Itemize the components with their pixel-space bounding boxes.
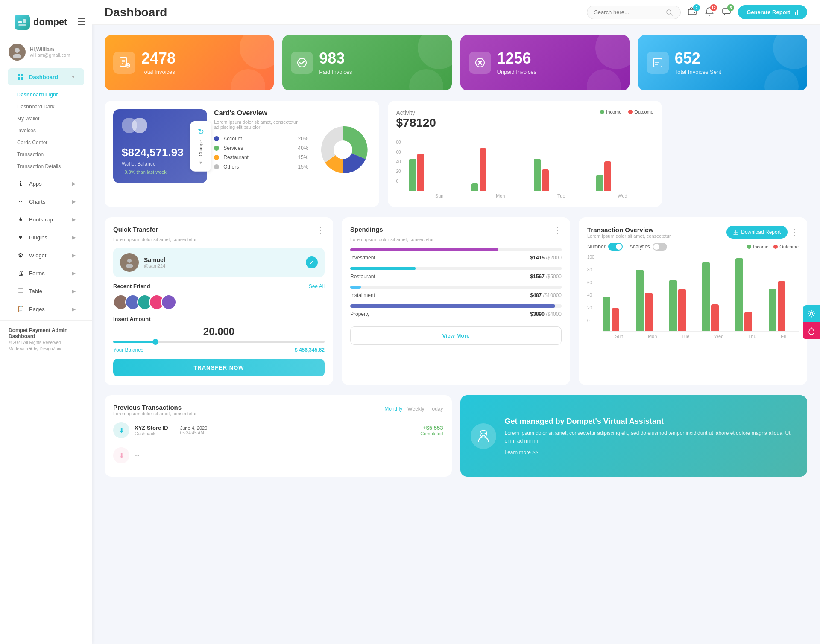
drop-icon[interactable] bbox=[803, 322, 820, 339]
svg-point-33 bbox=[127, 259, 132, 263]
quick-transfer-desc: Lorem ipsum dolor sit amet, consectetur bbox=[113, 237, 325, 242]
change-button[interactable]: ↻ Change ▾ bbox=[190, 121, 211, 172]
toggle-analytics: Analytics bbox=[630, 243, 667, 251]
chat-badge: 5 bbox=[727, 4, 734, 11]
sidebar-item-plugins[interactable]: ♥ Plugins ▶ bbox=[8, 229, 84, 246]
tab-monthly[interactable]: Monthly bbox=[384, 406, 402, 414]
search-icon bbox=[666, 9, 673, 16]
sub-nav-transaction[interactable]: Transaction bbox=[9, 149, 92, 160]
spendings-menu[interactable]: ⋮ bbox=[554, 226, 562, 235]
search-input[interactable] bbox=[594, 9, 662, 15]
activity-amount: $78120 bbox=[396, 116, 600, 130]
recent-friend-row: Recent Friend See All bbox=[113, 283, 325, 289]
sidebar-item-bootstrap[interactable]: ★ Bootstrap ▶ bbox=[8, 211, 84, 228]
friend-avatars bbox=[113, 294, 325, 310]
svg-point-40 bbox=[810, 312, 813, 315]
hamburger-menu[interactable]: ☰ bbox=[77, 17, 86, 28]
quick-transfer-menu[interactable]: ⋮ bbox=[317, 226, 325, 235]
dashboard-arrow: ▼ bbox=[71, 74, 76, 79]
bootstrap-arrow: ▶ bbox=[72, 217, 76, 222]
recent-friend-label: Recent Friend bbox=[113, 283, 309, 289]
sidebar-item-forms[interactable]: 🖨 Forms ▶ bbox=[8, 265, 84, 282]
insert-amount-label: Insert Amount bbox=[113, 316, 325, 322]
wallet-card: $824,571.93 Wallet Balance +0.8% than la… bbox=[113, 109, 207, 183]
transaction-overview-title: Transaction Overview bbox=[587, 226, 726, 233]
generate-report-button[interactable]: Generate Report bbox=[738, 5, 807, 19]
pages-label: Pages bbox=[29, 306, 45, 312]
transaction-overview-desc: Lorem ipsum dolor sit amet, consectetur bbox=[587, 233, 726, 239]
search-bar[interactable] bbox=[587, 6, 681, 19]
unpaid-invoices-number: 1256 bbox=[497, 51, 537, 66]
analytics-toggle[interactable] bbox=[653, 243, 667, 251]
sidebar-item-dashboard[interactable]: Dashboard ▼ bbox=[8, 68, 84, 85]
bell-icon-badge[interactable]: 12 bbox=[705, 7, 714, 17]
chat-icon-badge[interactable]: 5 bbox=[722, 7, 731, 17]
see-all-link[interactable]: See All bbox=[309, 283, 325, 289]
bar-group-wed bbox=[596, 161, 653, 191]
header: Dashboard 2 bbox=[92, 0, 820, 25]
svg-rect-1 bbox=[23, 19, 26, 23]
view-more-button[interactable]: View More bbox=[350, 326, 562, 345]
total-invoices-label: Total Invoices bbox=[141, 69, 176, 75]
sidebar: dompet ☰ Hi,William william@gmail.com bbox=[0, 0, 92, 644]
transfer-now-button[interactable]: TRANSFER NOW bbox=[113, 359, 325, 376]
number-toggle[interactable] bbox=[608, 243, 623, 251]
person-check-icon: ✓ bbox=[306, 256, 318, 268]
plugins-arrow: ▶ bbox=[72, 235, 76, 240]
wallet-label: Wallet Balance bbox=[122, 161, 184, 167]
bottom-row: Quick Transfer ⋮ Lorem ipsum dolor sit a… bbox=[105, 217, 807, 385]
tab-today[interactable]: Today bbox=[429, 406, 443, 414]
person-handle: @sam224 bbox=[144, 263, 165, 268]
sub-nav-cards-center[interactable]: Cards Center bbox=[9, 137, 92, 149]
sidebar-item-widget[interactable]: ⚙ Widget ▶ bbox=[8, 247, 84, 264]
spendings-desc: Lorem ipsum dolor sit amet, consectetur bbox=[350, 237, 562, 242]
svg-point-38 bbox=[481, 433, 482, 434]
table-icon: ☰ bbox=[16, 287, 25, 295]
sub-nav-dashboard-dark[interactable]: Dashboard Dark bbox=[9, 101, 92, 113]
sidebar-item-charts[interactable]: 〰 Charts ▶ bbox=[8, 193, 84, 210]
charts-icon: 〰 bbox=[16, 197, 25, 206]
spending-restaurant: Restaurant $1567 /$5000 bbox=[350, 267, 562, 280]
user-email: william@gmail.com bbox=[30, 52, 70, 58]
svg-rect-6 bbox=[21, 74, 23, 76]
slider-container[interactable] bbox=[113, 341, 325, 343]
download-report-button[interactable]: Download Report bbox=[726, 226, 788, 239]
wallet-icon-badge[interactable]: 2 bbox=[688, 7, 697, 17]
quick-transfer-card: Quick Transfer ⋮ Lorem ipsum dolor sit a… bbox=[105, 217, 333, 385]
card-overview-items: Account 20% Services 40% bbox=[214, 136, 308, 170]
to-income-legend: Income bbox=[747, 244, 768, 249]
balance-label: Your Balance bbox=[113, 347, 144, 353]
table-arrow: ▶ bbox=[72, 288, 76, 294]
logo: dompet bbox=[6, 7, 76, 38]
footer-copyright: © 2021 All Rights Reserved bbox=[9, 340, 83, 345]
activity-income-legend: Income bbox=[600, 109, 621, 114]
svg-rect-7 bbox=[18, 77, 20, 80]
transaction-date: June 4, 2020 bbox=[180, 425, 208, 431]
transaction-overview-menu[interactable]: ⋮ bbox=[791, 227, 799, 237]
va-icon bbox=[471, 423, 496, 449]
wallet-change: +0.8% than last week bbox=[122, 169, 184, 175]
va-learn-more-link[interactable]: Learn more >> bbox=[505, 449, 539, 455]
total-invoices-number: 2478 bbox=[141, 51, 176, 66]
balance-value: $ 456,345.62 bbox=[295, 347, 325, 353]
footer-made: Made with ❤ by DesignZone bbox=[9, 347, 83, 351]
widget-icon: ⚙ bbox=[16, 251, 25, 259]
stat-card-paid-invoices: 983 Paid Invoices bbox=[282, 35, 451, 90]
sidebar-item-pages[interactable]: 📋 Pages ▶ bbox=[8, 300, 84, 318]
svg-rect-5 bbox=[18, 74, 20, 76]
transfer-person: Samuel @sam224 ✓ bbox=[113, 248, 325, 277]
paid-invoices-number: 983 bbox=[319, 51, 352, 66]
sub-nav-invoices[interactable]: Invoices bbox=[9, 125, 92, 137]
activity-title: Activity bbox=[396, 109, 600, 116]
sidebar-item-table[interactable]: ☰ Table ▶ bbox=[8, 283, 84, 300]
toggle-number: Number bbox=[587, 243, 623, 251]
transaction-status: Completed bbox=[420, 431, 443, 436]
sub-nav-transaction-details[interactable]: Transaction Details bbox=[9, 160, 92, 172]
pages-arrow: ▶ bbox=[72, 306, 76, 312]
apps-arrow: ▶ bbox=[72, 181, 76, 186]
sidebar-item-apps[interactable]: ℹ Apps ▶ bbox=[8, 175, 84, 192]
tab-weekly[interactable]: Weekly bbox=[407, 406, 424, 414]
sub-nav-my-wallet[interactable]: My Wallet bbox=[9, 113, 92, 125]
sub-nav-dashboard-light[interactable]: Dashboard Light bbox=[9, 89, 92, 101]
settings-icon[interactable] bbox=[803, 305, 820, 322]
